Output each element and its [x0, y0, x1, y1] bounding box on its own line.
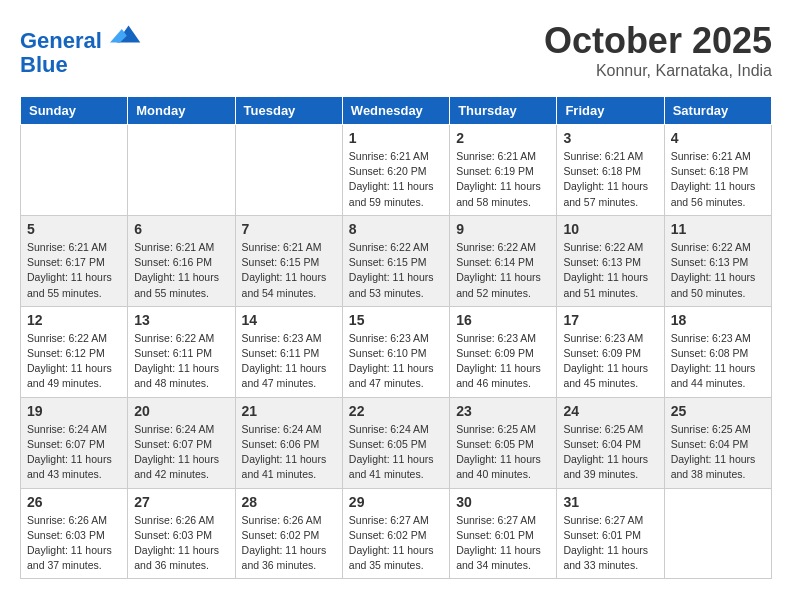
- calendar-cell: 10Sunrise: 6:22 AMSunset: 6:13 PMDayligh…: [557, 215, 664, 306]
- day-info: Sunrise: 6:21 AMSunset: 6:17 PMDaylight:…: [27, 240, 121, 301]
- day-info: Sunrise: 6:21 AMSunset: 6:18 PMDaylight:…: [671, 149, 765, 210]
- calendar-cell: 5Sunrise: 6:21 AMSunset: 6:17 PMDaylight…: [21, 215, 128, 306]
- day-number: 24: [563, 403, 657, 419]
- day-info: Sunrise: 6:23 AMSunset: 6:10 PMDaylight:…: [349, 331, 443, 392]
- day-number: 20: [134, 403, 228, 419]
- day-info: Sunrise: 6:22 AMSunset: 6:15 PMDaylight:…: [349, 240, 443, 301]
- day-number: 30: [456, 494, 550, 510]
- calendar-cell: [128, 125, 235, 216]
- day-info: Sunrise: 6:26 AMSunset: 6:03 PMDaylight:…: [27, 513, 121, 574]
- day-number: 14: [242, 312, 336, 328]
- calendar-cell: 31Sunrise: 6:27 AMSunset: 6:01 PMDayligh…: [557, 488, 664, 579]
- day-info: Sunrise: 6:23 AMSunset: 6:09 PMDaylight:…: [563, 331, 657, 392]
- calendar-cell: 4Sunrise: 6:21 AMSunset: 6:18 PMDaylight…: [664, 125, 771, 216]
- day-number: 8: [349, 221, 443, 237]
- weekday-header-saturday: Saturday: [664, 97, 771, 125]
- calendar-cell: 21Sunrise: 6:24 AMSunset: 6:06 PMDayligh…: [235, 397, 342, 488]
- calendar-cell: 6Sunrise: 6:21 AMSunset: 6:16 PMDaylight…: [128, 215, 235, 306]
- calendar-cell: 25Sunrise: 6:25 AMSunset: 6:04 PMDayligh…: [664, 397, 771, 488]
- calendar-cell: 18Sunrise: 6:23 AMSunset: 6:08 PMDayligh…: [664, 306, 771, 397]
- calendar-cell: [235, 125, 342, 216]
- logo-blue: Blue: [20, 52, 68, 77]
- calendar-cell: 14Sunrise: 6:23 AMSunset: 6:11 PMDayligh…: [235, 306, 342, 397]
- day-number: 2: [456, 130, 550, 146]
- day-info: Sunrise: 6:22 AMSunset: 6:12 PMDaylight:…: [27, 331, 121, 392]
- calendar-cell: 27Sunrise: 6:26 AMSunset: 6:03 PMDayligh…: [128, 488, 235, 579]
- week-row-4: 19Sunrise: 6:24 AMSunset: 6:07 PMDayligh…: [21, 397, 772, 488]
- calendar-cell: 29Sunrise: 6:27 AMSunset: 6:02 PMDayligh…: [342, 488, 449, 579]
- day-info: Sunrise: 6:23 AMSunset: 6:11 PMDaylight:…: [242, 331, 336, 392]
- day-info: Sunrise: 6:26 AMSunset: 6:03 PMDaylight:…: [134, 513, 228, 574]
- day-info: Sunrise: 6:27 AMSunset: 6:01 PMDaylight:…: [456, 513, 550, 574]
- calendar-cell: 19Sunrise: 6:24 AMSunset: 6:07 PMDayligh…: [21, 397, 128, 488]
- title-block: October 2025 Konnur, Karnataka, India: [544, 20, 772, 80]
- day-number: 3: [563, 130, 657, 146]
- day-number: 22: [349, 403, 443, 419]
- calendar-cell: 30Sunrise: 6:27 AMSunset: 6:01 PMDayligh…: [450, 488, 557, 579]
- day-number: 28: [242, 494, 336, 510]
- calendar-cell: 24Sunrise: 6:25 AMSunset: 6:04 PMDayligh…: [557, 397, 664, 488]
- calendar-cell: 11Sunrise: 6:22 AMSunset: 6:13 PMDayligh…: [664, 215, 771, 306]
- day-number: 7: [242, 221, 336, 237]
- day-number: 29: [349, 494, 443, 510]
- calendar-cell: 9Sunrise: 6:22 AMSunset: 6:14 PMDaylight…: [450, 215, 557, 306]
- day-info: Sunrise: 6:25 AMSunset: 6:04 PMDaylight:…: [563, 422, 657, 483]
- location: Konnur, Karnataka, India: [544, 62, 772, 80]
- week-row-3: 12Sunrise: 6:22 AMSunset: 6:12 PMDayligh…: [21, 306, 772, 397]
- day-number: 6: [134, 221, 228, 237]
- weekday-header-row: SundayMondayTuesdayWednesdayThursdayFrid…: [21, 97, 772, 125]
- day-info: Sunrise: 6:25 AMSunset: 6:04 PMDaylight:…: [671, 422, 765, 483]
- day-info: Sunrise: 6:21 AMSunset: 6:19 PMDaylight:…: [456, 149, 550, 210]
- calendar-cell: 23Sunrise: 6:25 AMSunset: 6:05 PMDayligh…: [450, 397, 557, 488]
- week-row-2: 5Sunrise: 6:21 AMSunset: 6:17 PMDaylight…: [21, 215, 772, 306]
- day-number: 23: [456, 403, 550, 419]
- calendar-cell: 28Sunrise: 6:26 AMSunset: 6:02 PMDayligh…: [235, 488, 342, 579]
- calendar-cell: 16Sunrise: 6:23 AMSunset: 6:09 PMDayligh…: [450, 306, 557, 397]
- logo-general: General: [20, 28, 102, 53]
- calendar-cell: 17Sunrise: 6:23 AMSunset: 6:09 PMDayligh…: [557, 306, 664, 397]
- weekday-header-monday: Monday: [128, 97, 235, 125]
- calendar-cell: 1Sunrise: 6:21 AMSunset: 6:20 PMDaylight…: [342, 125, 449, 216]
- calendar-cell: 12Sunrise: 6:22 AMSunset: 6:12 PMDayligh…: [21, 306, 128, 397]
- day-info: Sunrise: 6:22 AMSunset: 6:13 PMDaylight:…: [671, 240, 765, 301]
- day-number: 9: [456, 221, 550, 237]
- day-info: Sunrise: 6:22 AMSunset: 6:14 PMDaylight:…: [456, 240, 550, 301]
- day-info: Sunrise: 6:24 AMSunset: 6:07 PMDaylight:…: [134, 422, 228, 483]
- calendar-cell: 20Sunrise: 6:24 AMSunset: 6:07 PMDayligh…: [128, 397, 235, 488]
- day-info: Sunrise: 6:24 AMSunset: 6:07 PMDaylight:…: [27, 422, 121, 483]
- day-info: Sunrise: 6:23 AMSunset: 6:08 PMDaylight:…: [671, 331, 765, 392]
- logo-text: General Blue: [20, 20, 142, 77]
- weekday-header-sunday: Sunday: [21, 97, 128, 125]
- day-number: 25: [671, 403, 765, 419]
- day-info: Sunrise: 6:26 AMSunset: 6:02 PMDaylight:…: [242, 513, 336, 574]
- day-info: Sunrise: 6:22 AMSunset: 6:11 PMDaylight:…: [134, 331, 228, 392]
- day-number: 13: [134, 312, 228, 328]
- day-number: 18: [671, 312, 765, 328]
- day-number: 11: [671, 221, 765, 237]
- day-info: Sunrise: 6:27 AMSunset: 6:02 PMDaylight:…: [349, 513, 443, 574]
- day-number: 19: [27, 403, 121, 419]
- day-info: Sunrise: 6:21 AMSunset: 6:15 PMDaylight:…: [242, 240, 336, 301]
- day-info: Sunrise: 6:23 AMSunset: 6:09 PMDaylight:…: [456, 331, 550, 392]
- calendar-table: SundayMondayTuesdayWednesdayThursdayFrid…: [20, 96, 772, 579]
- calendar-cell: 15Sunrise: 6:23 AMSunset: 6:10 PMDayligh…: [342, 306, 449, 397]
- day-number: 21: [242, 403, 336, 419]
- weekday-header-wednesday: Wednesday: [342, 97, 449, 125]
- calendar-cell: [664, 488, 771, 579]
- calendar-cell: 2Sunrise: 6:21 AMSunset: 6:19 PMDaylight…: [450, 125, 557, 216]
- day-number: 27: [134, 494, 228, 510]
- day-info: Sunrise: 6:25 AMSunset: 6:05 PMDaylight:…: [456, 422, 550, 483]
- calendar-cell: [21, 125, 128, 216]
- logo-icon: [110, 20, 142, 48]
- day-number: 15: [349, 312, 443, 328]
- calendar-cell: 13Sunrise: 6:22 AMSunset: 6:11 PMDayligh…: [128, 306, 235, 397]
- day-number: 17: [563, 312, 657, 328]
- weekday-header-thursday: Thursday: [450, 97, 557, 125]
- day-info: Sunrise: 6:22 AMSunset: 6:13 PMDaylight:…: [563, 240, 657, 301]
- calendar-cell: 26Sunrise: 6:26 AMSunset: 6:03 PMDayligh…: [21, 488, 128, 579]
- day-number: 10: [563, 221, 657, 237]
- day-number: 26: [27, 494, 121, 510]
- day-number: 31: [563, 494, 657, 510]
- calendar-cell: 7Sunrise: 6:21 AMSunset: 6:15 PMDaylight…: [235, 215, 342, 306]
- calendar-cell: 3Sunrise: 6:21 AMSunset: 6:18 PMDaylight…: [557, 125, 664, 216]
